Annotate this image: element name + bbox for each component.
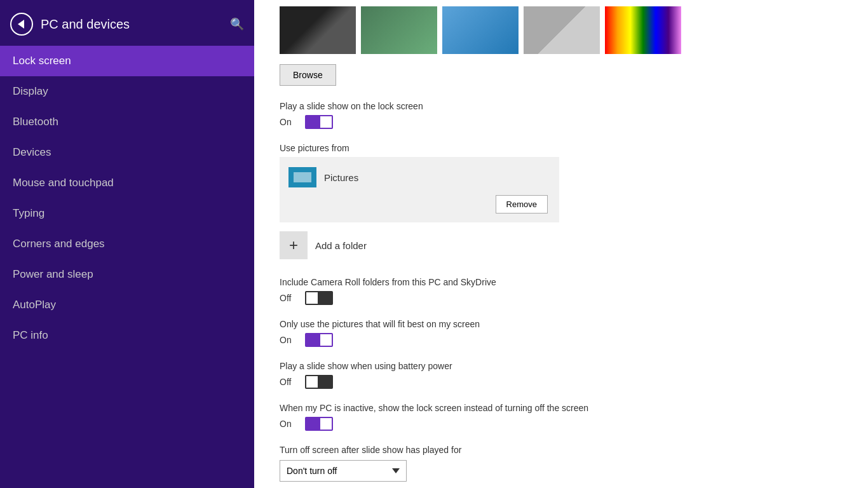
search-icon[interactable]: 🔍 bbox=[230, 17, 244, 31]
turnoff-dropdown[interactable]: Don't turn off 30 minutes 1 hour 2 hours… bbox=[280, 460, 407, 482]
fit-pictures-toggle[interactable] bbox=[305, 333, 333, 347]
fit-pictures-setting: Only use the pictures that will fit best… bbox=[280, 319, 843, 347]
sidebar-nav: Lock screen Display Bluetooth Devices Mo… bbox=[0, 46, 254, 351]
thumbnail-2[interactable] bbox=[361, 6, 437, 54]
camera-roll-label: Include Camera Roll folders from this PC… bbox=[280, 277, 843, 287]
turnoff-label: Turn off screen after slide show has pla… bbox=[280, 445, 843, 455]
use-pictures-setting: Use pictures from Pictures Remove + Add … bbox=[280, 143, 843, 262]
wallpaper-thumbnails bbox=[280, 6, 843, 54]
folder-icon-inner bbox=[294, 172, 311, 182]
plus-icon: + bbox=[280, 231, 308, 259]
inactive-toggle-knob bbox=[320, 418, 332, 430]
use-pictures-label: Use pictures from bbox=[280, 143, 843, 153]
battery-slideshow-state: Off bbox=[280, 377, 297, 387]
add-folder-label: Add a folder bbox=[315, 240, 367, 251]
fit-pictures-toggle-knob bbox=[320, 334, 332, 346]
add-folder-button[interactable]: + Add a folder bbox=[280, 229, 843, 262]
battery-slideshow-toggle-knob bbox=[306, 376, 318, 388]
battery-slideshow-label: Play a slide show when using battery pow… bbox=[280, 361, 843, 371]
slideshow-toggle[interactable] bbox=[305, 115, 333, 129]
inactive-toggle[interactable] bbox=[305, 417, 333, 431]
sidebar-item-mouse-touchpad[interactable]: Mouse and touchpad bbox=[0, 168, 254, 198]
inactive-state: On bbox=[280, 419, 297, 429]
sidebar-item-autoplay[interactable]: AutoPlay bbox=[0, 290, 254, 320]
sidebar-item-pc-info[interactable]: PC info bbox=[0, 320, 254, 351]
thumbnail-4[interactable] bbox=[524, 6, 600, 54]
battery-slideshow-toggle[interactable] bbox=[305, 375, 333, 389]
turnoff-setting: Turn off screen after slide show has pla… bbox=[280, 445, 843, 482]
fit-pictures-state: On bbox=[280, 335, 297, 345]
fit-pictures-label: Only use the pictures that will fit best… bbox=[280, 319, 843, 329]
lock-screen-settings: Browse Play a slide show on the lock scr… bbox=[280, 6, 843, 482]
back-arrow-icon bbox=[18, 20, 24, 29]
battery-slideshow-setting: Play a slide show when using battery pow… bbox=[280, 361, 843, 389]
folder-actions: Remove bbox=[286, 191, 553, 216]
sidebar-item-display[interactable]: Display bbox=[0, 76, 254, 107]
main-content: Browse Play a slide show on the lock scr… bbox=[254, 0, 868, 488]
slideshow-state: On bbox=[280, 117, 297, 127]
camera-roll-toggle[interactable] bbox=[305, 291, 333, 305]
sidebar-header: PC and devices 🔍 bbox=[0, 0, 254, 46]
folder-name: Pictures bbox=[324, 172, 358, 183]
sidebar: PC and devices 🔍 Lock screen Display Blu… bbox=[0, 0, 254, 488]
thumbnail-1[interactable] bbox=[280, 6, 356, 54]
camera-roll-toggle-knob bbox=[306, 292, 318, 304]
slideshow-setting: Play a slide show on the lock screen On bbox=[280, 101, 843, 129]
slideshow-toggle-row: On bbox=[280, 115, 843, 129]
folder-area: Pictures Remove bbox=[280, 157, 559, 222]
sidebar-item-power-sleep[interactable]: Power and sleep bbox=[0, 259, 254, 290]
sidebar-item-bluetooth[interactable]: Bluetooth bbox=[0, 107, 254, 137]
folder-item: Pictures bbox=[286, 163, 553, 191]
inactive-label: When my PC is inactive, show the lock sc… bbox=[280, 403, 843, 413]
thumbnail-5[interactable] bbox=[605, 6, 681, 54]
remove-button[interactable]: Remove bbox=[496, 195, 548, 214]
camera-roll-setting: Include Camera Roll folders from this PC… bbox=[280, 277, 843, 305]
sidebar-item-lock-screen[interactable]: Lock screen bbox=[0, 46, 254, 76]
back-button[interactable] bbox=[10, 13, 33, 36]
sidebar-item-typing[interactable]: Typing bbox=[0, 198, 254, 229]
sidebar-item-devices[interactable]: Devices bbox=[0, 137, 254, 168]
slideshow-label: Play a slide show on the lock screen bbox=[280, 101, 843, 111]
sidebar-title: PC and devices bbox=[41, 17, 222, 32]
inactive-setting: When my PC is inactive, show the lock sc… bbox=[280, 403, 843, 431]
battery-slideshow-toggle-row: Off bbox=[280, 375, 843, 389]
sidebar-item-corners-edges[interactable]: Corners and edges bbox=[0, 229, 254, 259]
inactive-toggle-row: On bbox=[280, 417, 843, 431]
fit-pictures-toggle-row: On bbox=[280, 333, 843, 347]
browse-button[interactable]: Browse bbox=[280, 64, 336, 86]
folder-icon bbox=[288, 167, 316, 187]
camera-roll-state: Off bbox=[280, 293, 297, 303]
camera-roll-toggle-row: Off bbox=[280, 291, 843, 305]
thumbnail-3[interactable] bbox=[442, 6, 519, 54]
slideshow-toggle-knob bbox=[320, 116, 332, 128]
